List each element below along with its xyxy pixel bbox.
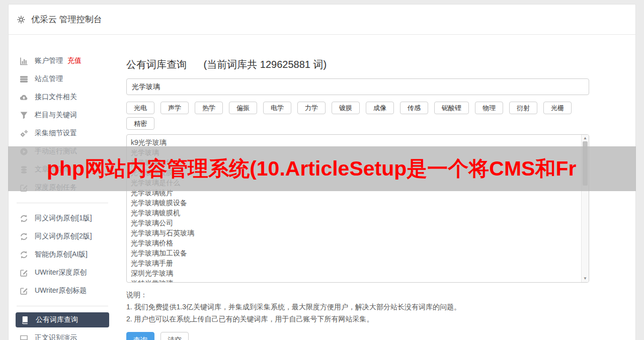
page-title-row: 公有词库查询 (当前词库共 129625881 词) <box>126 58 589 71</box>
result-row[interactable]: 深圳光学玻璃 <box>131 268 577 278</box>
sidebar-item-智能伪原创[AI版][interactable]: 智能伪原创[AI版] <box>16 245 112 264</box>
scrollbar-thumb[interactable] <box>583 141 588 186</box>
sidebar-divider <box>17 306 108 306</box>
sidebar-item-label: 正文识别演示 <box>35 333 77 340</box>
results-rows: k9光学玻璃光学玻璃光学玻璃hzf6光学玻璃镀膜光学玻璃是什么光学玻璃镜片光学玻… <box>127 135 589 283</box>
sidebar-item-账户管理[interactable]: 账户管理充值 <box>16 52 112 70</box>
tag-button-精密[interactable]: 精密 <box>126 117 154 130</box>
notes-line-2: 2. 用户也可以在系统上传自己已有的关键词库，用于自己账号下所有网站采集。 <box>126 313 589 325</box>
clear-button[interactable]: 清空 <box>160 332 189 340</box>
sidebar-item-label: 手动运行测试 <box>35 147 77 156</box>
scroll-up-arrow[interactable]: ▲ <box>582 135 589 142</box>
query-button[interactable]: 查询 <box>126 332 154 340</box>
sidebar-item-label: UWriter原创标题 <box>35 286 87 295</box>
result-row[interactable]: 光学玻璃是什么 <box>131 178 577 188</box>
word-count-label: (当前词库共 129625881 词) <box>204 59 327 70</box>
monitor-icon <box>20 334 28 340</box>
sidebar-item-UWriter原创标题[interactable]: UWriter原创标题 <box>16 282 112 300</box>
result-row[interactable]: k9光学玻璃 <box>131 137 577 147</box>
sidebar-item-栏目与关键词[interactable]: 栏目与关键词 <box>16 106 112 124</box>
sidebar-item-label: 同义词伪原创[1版] <box>35 214 92 223</box>
recharge-link[interactable]: 充值 <box>67 56 82 65</box>
sidebar-item-深度原创任务[interactable]: 深度原创任务 <box>16 179 112 197</box>
scroll-down-arrow[interactable]: ▼ <box>582 275 589 282</box>
tag-button-力学[interactable]: 力学 <box>297 102 326 114</box>
sidebar-menu: 账户管理充值站点管理接口文件相关栏目与关键词采集细节设置手动运行测试文章暂存库深… <box>9 48 120 197</box>
cloud-upload-icon <box>20 93 28 102</box>
sidebar-item-label: 公有词库查询 <box>36 315 78 324</box>
app-title: 优采云 管理控制台 <box>31 14 102 25</box>
result-row[interactable]: 光学玻璃 <box>131 147 577 157</box>
notes-block: 说明： 1. 我们免费提供1.3亿关键词库，并集成到采集系统，最大限度方便用户，… <box>126 289 589 325</box>
sidebar-item-label: 接口文件相关 <box>35 93 77 102</box>
result-row[interactable]: 光学玻璃镀膜机 <box>131 208 577 218</box>
database-icon <box>20 165 28 174</box>
tag-button-row: 光电声学热学偏振电学力学镀膜成像传感铌酸锂物理衍射光栅精密 <box>126 102 589 130</box>
refresh-icon <box>20 250 28 259</box>
results-listbox[interactable]: k9光学玻璃光学玻璃光学玻璃hzf6光学玻璃镀膜光学玻璃是什么光学玻璃镜片光学玻… <box>126 134 589 283</box>
notes-heading: 说明： <box>126 289 589 301</box>
result-row[interactable]: 光学玻璃价格 <box>131 238 577 248</box>
play-circle-icon <box>20 147 28 156</box>
tag-button-铌酸锂[interactable]: 铌酸锂 <box>434 102 469 114</box>
tag-button-偏振[interactable]: 偏振 <box>229 102 257 114</box>
result-row[interactable]: 光学玻璃与石英玻璃 <box>131 228 577 238</box>
result-row[interactable]: 光学玻璃公司 <box>131 218 577 228</box>
sidebar-item-接口文件相关[interactable]: 接口文件相关 <box>16 88 112 106</box>
sidebar-item-手动运行测试[interactable]: 手动运行测试 <box>16 142 112 160</box>
result-row[interactable]: 光学玻璃镜片 <box>131 188 577 198</box>
sidebar-menu: 公有词库查询正文识别演示 <box>9 312 120 340</box>
sidebar-item-label: 文章暂存库 <box>35 165 70 174</box>
sidebar-item-文章暂存库[interactable]: 文章暂存库 <box>16 160 112 179</box>
sidebar-item-label: 栏目与关键词 <box>35 111 77 120</box>
sidebar-item-同义词伪原创[1版][interactable]: 同义词伪原创[1版] <box>16 209 112 227</box>
sidebar-item-label: 采集细节设置 <box>35 129 77 138</box>
sidebar: 账户管理充值站点管理接口文件相关栏目与关键词采集细节设置手动运行测试文章暂存库深… <box>9 48 120 340</box>
tag-button-成像[interactable]: 成像 <box>366 102 394 114</box>
page-title: 公有词库查询 <box>126 59 187 70</box>
tag-button-光电[interactable]: 光电 <box>126 102 154 114</box>
edit-icon <box>20 287 28 295</box>
gear-icon <box>16 15 26 25</box>
result-row[interactable]: 光学玻璃镀膜设备 <box>131 198 577 208</box>
keyword-search-input[interactable] <box>126 78 589 95</box>
result-row[interactable]: 光学玻璃加工设备 <box>131 248 577 258</box>
sidebar-item-采集细节设置[interactable]: 采集细节设置 <box>16 124 112 142</box>
main-content: 公有词库查询 (当前词库共 129625881 词) 光电声学热学偏振电学力学镀… <box>126 48 589 340</box>
notes-line-1: 1. 我们免费提供1.3亿关键词库，并集成到采集系统，最大限度方便用户，解决大部… <box>126 301 589 313</box>
sidebar-menu: 同义词伪原创[1版]同义词伪原创[2版]智能伪原创[AI版]UWriter深度原… <box>9 209 120 300</box>
action-buttons: 查询 清空 <box>126 332 589 340</box>
tag-button-光栅[interactable]: 光栅 <box>543 102 572 114</box>
result-row[interactable]: 光学玻璃手册 <box>131 258 577 268</box>
result-row[interactable]: 光学玻璃镀膜 <box>131 167 577 178</box>
sidebar-item-label: 站点管理 <box>35 74 63 83</box>
refresh-icon <box>20 214 28 223</box>
sidebar-item-UWriter深度原创[interactable]: UWriter深度原创 <box>16 264 112 282</box>
tag-button-镀膜[interactable]: 镀膜 <box>332 102 360 114</box>
sidebar-item-label: 深度原创任务 <box>35 183 77 192</box>
scrollbar[interactable]: ▲ ▼ <box>581 135 589 282</box>
tag-button-物理[interactable]: 物理 <box>475 102 503 114</box>
tag-button-传感[interactable]: 传感 <box>400 102 428 114</box>
app-header: 优采云 管理控制台 <box>9 5 635 35</box>
sidebar-item-正文识别演示[interactable]: 正文识别演示 <box>16 329 112 340</box>
server-icon <box>20 75 28 83</box>
edit-icon <box>20 269 28 277</box>
tag-button-电学[interactable]: 电学 <box>263 102 291 114</box>
edit-icon <box>20 184 28 192</box>
sidebar-item-站点管理[interactable]: 站点管理 <box>16 70 112 88</box>
tag-button-热学[interactable]: 热学 <box>195 102 223 114</box>
sidebar-item-同义词伪原创[2版][interactable]: 同义词伪原创[2版] <box>16 227 112 245</box>
result-row[interactable]: 肖特光学玻璃 <box>131 278 577 283</box>
book-icon <box>21 316 29 324</box>
sidebar-item-label: 智能伪原创[AI版] <box>35 250 88 259</box>
sidebar-divider <box>17 203 108 203</box>
sidebar-item-label: 同义词伪原创[2版] <box>35 232 92 241</box>
filter-icon <box>20 111 28 120</box>
tag-button-声学[interactable]: 声学 <box>160 102 189 114</box>
tag-button-衍射[interactable]: 衍射 <box>509 102 537 114</box>
sidebar-item-公有词库查询[interactable]: 公有词库查询 <box>16 312 109 327</box>
sidebar-item-label: 账户管理 <box>35 56 63 65</box>
result-row[interactable]: 光学玻璃hzf6 <box>131 157 577 167</box>
refresh-icon <box>20 232 28 241</box>
